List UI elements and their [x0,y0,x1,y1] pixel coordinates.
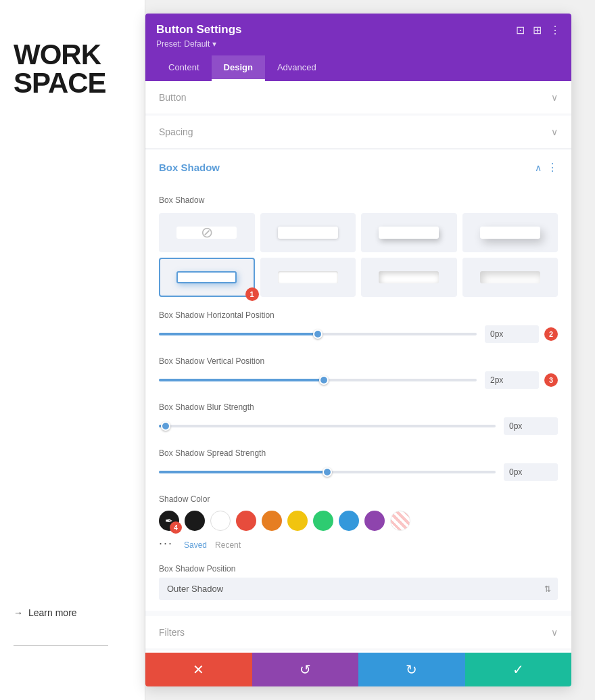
shadow-position-row: Box Shadow Position Outer Shadow Inner S… [159,564,558,600]
horizontal-position-row: Box Shadow Horizontal Position 0px 2 [159,310,558,343]
more-options-icon[interactable]: ⋮ [550,24,561,37]
section-button-header[interactable]: Button ∨ [145,81,571,114]
shadow-option-active[interactable]: 1 [159,258,255,297]
vertical-position-fill [159,379,324,381]
spread-strength-track[interactable] [159,471,496,473]
spread-strength-fill [159,471,327,473]
redo-button[interactable]: ↻ [358,653,465,686]
tab-content[interactable]: Content [156,55,212,81]
section-box-shadow-icons: ∧ ⋮ [535,161,558,174]
color-tab-saved[interactable]: Saved [184,540,207,550]
vertical-position-row: Box Shadow Vertical Position 2px 3 [159,356,558,389]
section-spacing-header[interactable]: Spacing ∨ [145,116,571,149]
panel-header-icons: ⊡ ⊞ ⋮ [516,24,561,37]
section-button-chevron: ∨ [551,92,558,103]
section-button: Button ∨ [145,81,571,114]
shadow-position-wrapper: Outer Shadow Inner Shadow ⇅ [159,578,558,600]
section-box-shadow-content: Box Shadow ⊘ [145,185,571,611]
section-box-shadow: Box Shadow ∧ ⋮ Box Shadow ⊘ [145,150,571,611]
section-box-shadow-collapse-icon[interactable]: ∧ [535,162,542,173]
color-tabs: Saved Recent [184,540,241,550]
section-button-label: Button [159,92,186,103]
color-more-icon[interactable]: ··· [159,536,173,551]
vertical-position-control: 2px 3 [159,371,558,389]
section-spacing: Spacing ∨ [145,116,571,149]
box-shadow-sublabel: Box Shadow [159,195,558,205]
spread-strength-row: Box Shadow Spread Strength 0px [159,448,558,481]
split-icon[interactable]: ⊞ [533,24,542,37]
shadow-position-select[interactable]: Outer Shadow Inner Shadow [159,578,558,600]
color-blue[interactable] [339,511,359,531]
color-red[interactable] [236,511,256,531]
workspace-logo: WORK SPACE [14,41,106,97]
tabs-container: Content Design Advanced [156,55,561,81]
spread-strength-thumb[interactable] [323,467,332,477]
eyedropper-swatch[interactable]: ✒ 4 [159,511,179,531]
shadow-color-label: Shadow Color [159,494,558,504]
color-purple[interactable] [364,511,385,531]
fullscreen-icon[interactable]: ⊡ [516,24,525,37]
workspace-background: WORK SPACE Learn more [0,0,145,700]
shadow-position-label: Box Shadow Position [159,564,558,574]
badge-4: 4 [170,521,182,534]
blur-strength-label: Box Shadow Blur Strength [159,402,558,412]
section-filters: Filters ∨ [145,616,571,649]
vertical-position-thumb[interactable] [319,375,329,385]
blur-strength-control: 0px [159,417,558,435]
horizontal-position-track[interactable] [159,333,477,335]
shadow-option-none[interactable]: ⊘ [159,213,255,252]
section-box-shadow-header[interactable]: Box Shadow ∧ ⋮ [145,150,571,185]
section-filters-header[interactable]: Filters ∨ [145,616,571,649]
settings-panel: Button Settings ⊡ ⊞ ⋮ Preset: Default ▾ … [145,14,571,686]
vertical-position-value[interactable]: 2px [485,371,539,389]
blur-strength-track[interactable] [159,425,496,427]
shadow-option-inset-sm[interactable] [260,258,356,297]
shadow-color-section: Shadow Color ✒ 4 [159,494,558,551]
blur-strength-value[interactable]: 0px [504,417,558,435]
shadow-option-sm[interactable] [260,213,356,252]
reset-button[interactable]: ↺ [252,653,359,686]
horizontal-position-thumb[interactable] [313,329,323,339]
panel-preset[interactable]: Preset: Default ▾ [156,39,561,49]
color-transparent[interactable] [390,511,410,531]
learn-more-link[interactable]: Learn more [14,607,108,618]
spread-strength-control: 0px [159,463,558,481]
tab-advanced[interactable]: Advanced [265,55,329,81]
color-white[interactable] [210,511,231,531]
color-yellow[interactable] [287,511,308,531]
spread-strength-value[interactable]: 0px [504,463,558,481]
shadow-option-lg[interactable] [462,213,558,252]
blur-strength-row: Box Shadow Blur Strength 0px [159,402,558,435]
badge-2: 2 [544,327,558,341]
shadow-option-inset-md[interactable] [361,258,457,297]
cancel-button[interactable]: ✕ [145,653,252,686]
panel-content: Button ∨ Spacing ∨ Box Shadow ∧ ⋮ [145,81,571,653]
color-swatches-row: ✒ 4 [159,511,558,531]
panel-header: Button Settings ⊡ ⊞ ⋮ Preset: Default ▾ … [145,14,571,81]
badge-3: 3 [544,373,558,387]
vertical-position-label: Box Shadow Vertical Position [159,356,558,366]
color-green[interactable] [313,511,333,531]
section-spacing-label: Spacing [159,126,193,137]
section-box-shadow-more-icon[interactable]: ⋮ [547,161,558,174]
vertical-position-track[interactable] [159,379,477,381]
shadow-option-inset-lg[interactable] [462,258,558,297]
horizontal-position-fill [159,333,318,335]
horizontal-position-control: 0px 2 [159,325,558,343]
spread-strength-label: Box Shadow Spread Strength [159,448,558,458]
horizontal-position-value[interactable]: 0px [485,325,539,343]
horizontal-position-label: Box Shadow Horizontal Position [159,310,558,320]
color-tab-recent[interactable]: Recent [215,540,241,550]
color-black[interactable] [185,511,205,531]
panel-title: Button Settings [156,23,242,37]
blur-strength-thumb[interactable] [161,421,170,431]
shadow-option-md[interactable] [361,213,457,252]
section-filters-label: Filters [159,627,185,638]
learn-more-divider [14,645,108,646]
section-box-shadow-label: Box Shadow [159,162,220,173]
tab-design[interactable]: Design [212,55,265,81]
save-button[interactable]: ✓ [465,653,572,686]
badge-1: 1 [245,287,259,301]
color-orange[interactable] [262,511,282,531]
section-filters-chevron: ∨ [551,627,558,638]
